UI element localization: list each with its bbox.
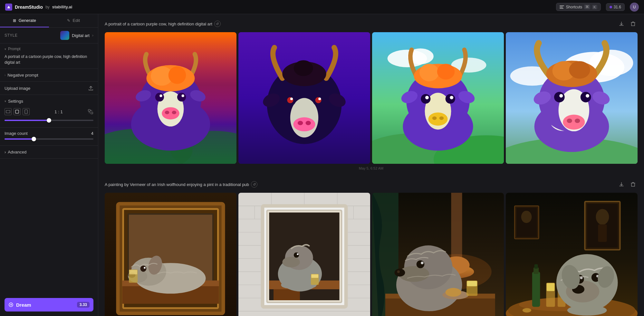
upload-icon xyxy=(88,86,93,91)
app-logo-icon xyxy=(5,4,12,11)
stability-label: stability.ai xyxy=(52,5,72,9)
gen-prompt-cows: A portrait of a cartoon purple cow, high… xyxy=(105,22,212,26)
svg-point-41 xyxy=(306,121,311,125)
delete-group-button-cows[interactable] xyxy=(629,19,638,28)
prompt-collapse-icon: ▾ xyxy=(5,47,6,51)
edit-icon: ✎ xyxy=(67,18,70,23)
svg-rect-6 xyxy=(25,110,27,114)
svg-point-23 xyxy=(165,111,169,114)
gen-group-dogs: A painting by Vermeer of an Irish wolfho… xyxy=(105,180,638,316)
svg-point-184 xyxy=(567,305,607,316)
svg-point-82 xyxy=(575,119,580,123)
image-count-slider-thumb[interactable] xyxy=(32,137,36,141)
svg-point-132 xyxy=(294,252,299,257)
svg-point-61 xyxy=(439,116,444,120)
gen-image-cow-2[interactable] xyxy=(238,32,370,164)
shortcuts-button[interactable]: Shortcuts ⌘ K xyxy=(556,3,601,11)
svg-rect-5 xyxy=(15,110,19,113)
image-count-slider[interactable] xyxy=(5,138,93,140)
download-all-button-cows[interactable] xyxy=(617,19,626,28)
settings-label: Settings xyxy=(8,99,23,104)
gen-image-cow-4[interactable] xyxy=(506,32,638,164)
svg-rect-7 xyxy=(88,109,90,111)
tab-generate[interactable]: ⊞ Generate xyxy=(0,14,49,27)
prompt-text[interactable]: A portrait of a cartoon purple cow, high… xyxy=(5,54,93,65)
gen-header-right-dogs xyxy=(617,180,638,189)
svg-point-20 xyxy=(159,95,162,97)
app-by: by xyxy=(45,5,50,9)
gen-header-right-cows xyxy=(617,19,638,28)
gen-header-dogs: A painting by Vermeer of an Irish wolfho… xyxy=(105,180,638,189)
gen-image-dog-4[interactable] xyxy=(506,193,638,316)
svg-point-60 xyxy=(432,116,437,120)
aspect-ratio-value: 1 : 1 xyxy=(54,109,62,114)
svg-point-0 xyxy=(8,6,9,7)
svg-rect-173 xyxy=(547,283,555,291)
image-count-slider-fill xyxy=(5,138,34,140)
gen-prompt-rerun-icon-dogs[interactable]: ↺ xyxy=(251,181,257,188)
aspect-slider-thumb[interactable] xyxy=(47,118,51,123)
svg-rect-8 xyxy=(91,112,93,114)
aspect-expand-icon[interactable] xyxy=(88,109,93,115)
negative-prompt-label: Negative prompt xyxy=(7,73,38,78)
style-left: Style xyxy=(5,33,18,38)
gen-header-cows: A portrait of a cartoon purple cow, high… xyxy=(105,19,638,28)
gen-prompt-row: A portrait of a cartoon purple cow, high… xyxy=(105,21,221,27)
gen-prompt-dogs: A painting by Vermeer of an Irish wolfho… xyxy=(105,182,249,187)
download-all-button-dogs[interactable] xyxy=(617,180,626,189)
svg-point-79 xyxy=(586,94,589,98)
svg-point-27 xyxy=(168,66,186,84)
svg-rect-137 xyxy=(311,274,318,278)
svg-rect-103 xyxy=(129,270,137,274)
avatar[interactable]: U xyxy=(630,3,639,12)
negative-prompt-row[interactable]: › Negative prompt xyxy=(0,69,98,82)
aspect-slider-fill xyxy=(5,120,49,121)
svg-point-59 xyxy=(428,112,448,125)
svg-point-151 xyxy=(417,260,425,268)
svg-point-39 xyxy=(293,117,315,131)
aspect-icons xyxy=(5,108,30,115)
topbar-right: Shortcuts ⌘ K 31.6 U xyxy=(556,3,639,12)
svg-point-76 xyxy=(554,92,565,102)
settings-collapse-icon: ▾ xyxy=(5,99,6,103)
prompt-label: Prompt xyxy=(8,47,21,51)
tab-edit[interactable]: ✎ Edit xyxy=(49,14,98,27)
topbar: DreamStudio by stability.ai Shortcuts ⌘ … xyxy=(0,0,644,14)
settings-header[interactable]: ▾ Settings xyxy=(5,99,93,104)
gen-image-cow-1[interactable] xyxy=(105,32,236,164)
aspect-landscape-icon[interactable] xyxy=(5,108,12,115)
gen-image-cow-3[interactable] xyxy=(372,32,504,164)
gen-prompt-rerun-icon[interactable]: ↺ xyxy=(214,21,221,27)
gen-timestamp-cows: May 5, 6:52 AM xyxy=(105,166,638,170)
upload-image-label: Upload image xyxy=(5,86,30,91)
svg-point-78 xyxy=(559,94,563,98)
delete-group-button-dogs[interactable] xyxy=(629,180,638,189)
aspect-portrait-icon[interactable] xyxy=(23,108,30,115)
svg-point-55 xyxy=(421,94,430,104)
svg-point-40 xyxy=(298,121,303,125)
svg-point-38 xyxy=(318,98,321,100)
credits-icon xyxy=(610,6,612,8)
svg-point-150 xyxy=(397,270,400,273)
upload-image-row[interactable]: Upload image xyxy=(0,82,98,95)
aspect-ratio-slider[interactable] xyxy=(5,120,93,121)
advanced-row[interactable]: › Advanced xyxy=(0,146,98,159)
topbar-left: DreamStudio by stability.ai xyxy=(5,4,72,11)
svg-point-21 xyxy=(182,95,184,97)
gen-image-dog-3[interactable] xyxy=(372,193,504,316)
content-area: A portrait of a cartoon purple cow, high… xyxy=(98,14,644,316)
gen-image-dog-2[interactable] xyxy=(238,193,370,316)
svg-point-134 xyxy=(281,281,297,288)
dream-icon xyxy=(8,302,14,307)
svg-point-131 xyxy=(282,257,300,267)
svg-point-80 xyxy=(563,115,585,129)
style-selector[interactable]: Style Digital art › xyxy=(0,28,98,43)
gen-image-dog-1[interactable] xyxy=(105,193,236,316)
aspect-square-icon[interactable] xyxy=(14,108,21,115)
sidebar-tabs: ⊞ Generate ✎ Edit xyxy=(0,14,98,28)
svg-rect-157 xyxy=(467,281,477,286)
prompt-header[interactable]: ▾ Prompt xyxy=(5,47,93,51)
dream-button[interactable]: Dream 3.33 xyxy=(5,298,93,311)
svg-rect-162 xyxy=(598,224,607,242)
dream-label: Dream xyxy=(16,302,31,308)
